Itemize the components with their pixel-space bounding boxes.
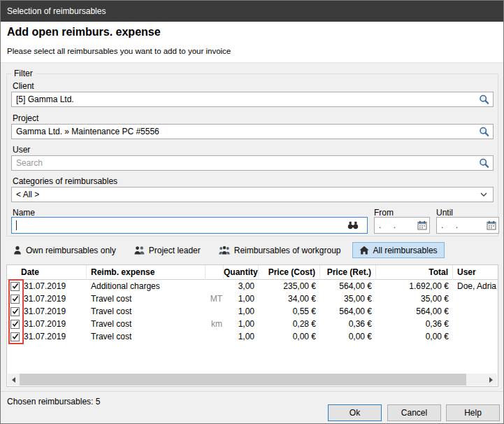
table-row[interactable]: 31.07.2019Travel costkm1,000,28 €0,36 €0… — [7, 318, 498, 330]
cell-user — [453, 292, 498, 305]
window-titlebar[interactable]: Selection of reimbursables — [1, 1, 503, 22]
col-quantity[interactable]: Quantity — [224, 265, 259, 280]
table-header: Date Reimb. expense Quantity Price (Cost… — [7, 265, 498, 280]
cell-date: 31.07.2019 — [22, 280, 87, 292]
from-value: . . — [379, 220, 401, 230]
user-placeholder: Search — [16, 158, 43, 168]
client-input[interactable]: [5] Gamma Ltd. — [11, 92, 494, 107]
tab-own-reimbursables-only[interactable]: Own reimbursables only — [6, 242, 123, 258]
arrow-left-icon — [12, 377, 15, 383]
scrollbar-thumb[interactable] — [20, 374, 466, 386]
table-body: 31.07.2019Additional charges3,00235,00 €… — [7, 280, 498, 343]
categories-value: < All > — [16, 190, 39, 199]
row-checkbox[interactable] — [10, 307, 20, 316]
cell-unit: km — [206, 318, 224, 330]
chevron-down-icon — [480, 192, 487, 197]
checkbox-cell — [7, 280, 22, 292]
user-label: User — [13, 145, 30, 155]
search-icon[interactable] — [479, 94, 489, 105]
checkbox-cell — [7, 318, 22, 330]
table-row[interactable]: 31.07.2019Travel costMT1,0034,00 €35,00 … — [7, 292, 498, 305]
col-user[interactable]: User — [453, 265, 498, 280]
cell-price-cost: 235,00 € — [259, 280, 320, 292]
selection-of-reimbursables-dialog: Selection of reimbursables Add open reim… — [0, 0, 504, 424]
reimbursables-table: Date Reimb. expense Quantity Price (Cost… — [6, 264, 498, 387]
tab-project-leader[interactable]: Project leader — [127, 242, 208, 258]
cell-quantity: 3,00 — [224, 280, 259, 292]
client-label: Client — [13, 81, 34, 91]
ok-button[interactable]: Ok — [328, 404, 382, 421]
help-button[interactable]: Help — [446, 404, 500, 421]
table-row[interactable]: 31.07.2019Travel cost1,000,55 €564,00 €5… — [7, 305, 498, 318]
cell-user — [453, 318, 498, 330]
scrollbar-track[interactable] — [20, 374, 485, 386]
binoculars-icon[interactable] — [347, 221, 359, 229]
cell-expense: Travel cost — [87, 292, 206, 305]
until-date-input[interactable]: . . — [436, 217, 499, 234]
cell-date: 31.07.2019 — [22, 305, 87, 318]
cell-total: 564,00 € — [376, 305, 453, 318]
until-value: . . — [441, 220, 463, 230]
row-checkbox[interactable] — [10, 295, 20, 304]
col-price-cost[interactable]: Price (Cost) — [259, 265, 320, 280]
checkbox-cell — [7, 292, 22, 305]
cell-price-ret: 0,36 € — [320, 318, 376, 330]
row-checkbox[interactable] — [10, 320, 20, 329]
cell-user: Doe, Adria — [453, 280, 498, 292]
cell-price-ret: 564,00 € — [320, 280, 376, 292]
col-expense[interactable]: Reimb. expense — [87, 265, 206, 280]
checkbox-cell — [7, 330, 22, 343]
col-date[interactable]: Date — [7, 265, 87, 280]
arrow-right-icon — [489, 377, 493, 383]
cell-user — [453, 330, 498, 343]
window-title: Selection of reimbursables — [7, 6, 106, 16]
col-unit[interactable] — [206, 265, 224, 280]
calendar-icon[interactable] — [417, 220, 427, 230]
filter-groupbox: Filter Client [5] Gamma Ltd. Project Gam… — [6, 73, 498, 236]
tab-all-reimbursables[interactable]: All reimbursables — [352, 242, 445, 258]
user-search-input[interactable]: Search — [11, 155, 494, 171]
cell-quantity: 1,00 — [224, 292, 259, 305]
tab-label: Reimbursables of workgroup — [234, 246, 341, 255]
cell-price-ret: 0,00 € — [320, 330, 376, 343]
calendar-icon[interactable] — [487, 220, 496, 230]
search-icon[interactable] — [479, 127, 489, 137]
cell-quantity: 1,00 — [224, 318, 259, 330]
cell-total: 0,36 € — [376, 318, 453, 330]
project-input[interactable]: Gamma Ltd. » Maintenance PC #5556 — [11, 124, 494, 139]
cell-price-cost: 0,55 € — [259, 305, 320, 318]
scroll-right-button[interactable] — [485, 374, 497, 386]
scroll-left-button[interactable] — [8, 374, 20, 386]
filter-legend: Filter — [11, 69, 36, 78]
col-total[interactable]: Total — [376, 265, 453, 280]
from-date-input[interactable]: . . — [374, 217, 430, 234]
row-checkbox[interactable] — [10, 332, 20, 341]
page-title: Add open reimburs. expense — [7, 26, 161, 38]
cell-unit — [206, 330, 224, 343]
cancel-button[interactable]: Cancel — [387, 404, 441, 421]
tab-label: Own reimbursables only — [26, 246, 116, 255]
cell-quantity: 1,00 — [224, 305, 259, 318]
cell-price-cost: 34,00 € — [259, 292, 320, 305]
search-icon[interactable] — [479, 158, 489, 169]
cell-total: 35,00 € — [376, 292, 453, 305]
col-price-ret[interactable]: Price (Ret.) — [320, 265, 376, 280]
table-row[interactable]: 31.07.2019Additional charges3,00235,00 €… — [7, 280, 498, 292]
footer-divider — [1, 391, 503, 392]
house-icon — [359, 246, 369, 255]
cell-total: 1.692,00 € — [376, 280, 453, 292]
name-search-input[interactable] — [11, 217, 368, 234]
horizontal-scrollbar[interactable] — [8, 374, 497, 386]
categories-dropdown[interactable]: < All > — [11, 187, 494, 202]
page-subtitle: Please select all reimbursables you want… — [7, 47, 231, 55]
people-icon — [134, 246, 145, 255]
tab-reimbursables-of-workgroup[interactable]: Reimbursables of workgroup — [212, 242, 348, 258]
group-icon — [219, 246, 230, 255]
cell-unit — [206, 280, 224, 292]
cell-total: 0,00 € — [376, 330, 453, 343]
cell-date: 31.07.2019 — [22, 330, 87, 343]
tabs-row: Own reimbursables onlyProject leaderReim… — [6, 242, 445, 258]
table-row[interactable]: 31.07.2019Travel cost1,000,00 €0,00 €0,0… — [7, 330, 498, 343]
text-caret — [16, 220, 17, 230]
row-checkbox[interactable] — [10, 282, 20, 291]
